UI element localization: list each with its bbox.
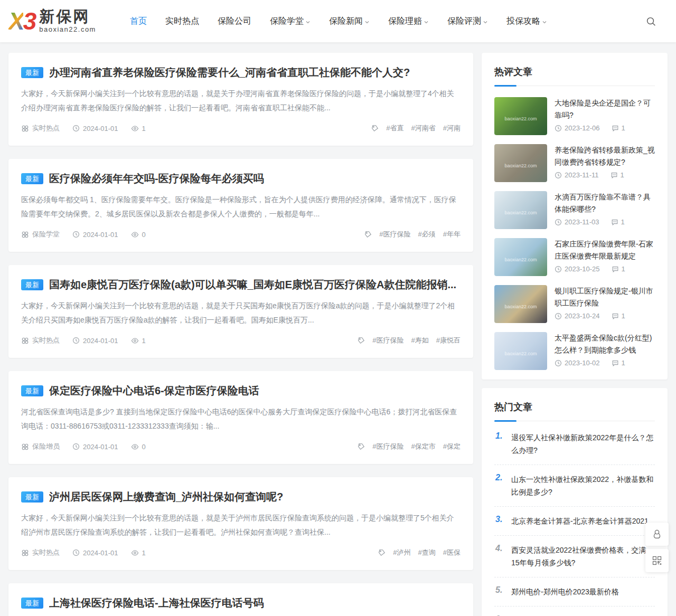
article-title-link[interactable]: 医疗保险必须年年交吗-医疗保险每年必须买吗 bbox=[49, 172, 264, 186]
hot-comment-item[interactable]: baoxian22.com 石家庄医疗保险缴费年限-石家庄医保缴费年限最新规定 … bbox=[494, 229, 655, 276]
article-date-label: 2024-01-01 bbox=[83, 125, 118, 132]
nav-item[interactable]: 投保攻略 bbox=[506, 16, 547, 27]
category-icon bbox=[21, 231, 29, 239]
chevron-down-icon bbox=[483, 20, 488, 25]
tag-icon bbox=[371, 125, 379, 132]
eye-icon bbox=[131, 549, 139, 557]
hot-article-rank: 4. bbox=[495, 544, 506, 569]
eye-icon bbox=[131, 443, 139, 451]
hot-article-item[interactable]: 2. 山东一次性补缴社保政策2022，补缴基数和比例是多少? bbox=[494, 465, 655, 506]
article-thumbnail[interactable]: baoxian22.com bbox=[494, 332, 547, 370]
article-category[interactable]: 实时热点 bbox=[21, 548, 60, 557]
article-date: 2024-01-01 bbox=[72, 443, 118, 451]
hot-article-item[interactable]: 1. 退役军人社保补缴新政策2022年是什么？怎么办理? bbox=[494, 423, 655, 465]
nav-item[interactable]: 保险评测 bbox=[447, 16, 488, 27]
article-thumbnail[interactable]: baoxian22.com bbox=[494, 285, 547, 323]
hot-comment-title-link[interactable]: 石家庄医疗保险缴费年限-石家庄医保缴费年限最新规定 bbox=[555, 238, 655, 262]
tag-link[interactable]: #医保 bbox=[443, 548, 461, 557]
article-category[interactable]: 保险增员 bbox=[21, 442, 60, 451]
chevron-down-icon bbox=[364, 20, 370, 25]
tag-link[interactable]: #寿如 bbox=[411, 336, 429, 345]
article-list: 最新 办理河南省直养老保险医疗保险需要什么_河南省省直职工社保能不能个人交? 大… bbox=[8, 53, 473, 616]
tag-link[interactable]: #保定 bbox=[443, 442, 461, 451]
comment-icon bbox=[612, 125, 619, 132]
hot-comment-title-link[interactable]: 水滴百万医疗险靠不靠谱？具体能保哪些? bbox=[555, 191, 655, 215]
hot-comment-item[interactable]: baoxian22.com 银川职工医疗保险规定-银川市职工医疗保险 2023-… bbox=[494, 276, 655, 323]
hot-comment-date: 2023-11-11 bbox=[565, 171, 599, 179]
tag-link[interactable]: #医疗保险 bbox=[379, 230, 410, 239]
article-date: 2024-01-01 bbox=[72, 549, 118, 557]
site-logo[interactable]: X3 新保网 baoxian22.com bbox=[8, 8, 96, 34]
nav-item[interactable]: 首页 bbox=[130, 16, 147, 27]
hot-article-title-link[interactable]: 西安灵活就业2022社保缴费价格表，交满15年每月领多少钱? bbox=[511, 544, 654, 569]
category-icon bbox=[21, 443, 29, 451]
hot-article-title-link[interactable]: 郑州电价-郑州电价2023最新价格 bbox=[511, 585, 619, 598]
hot-article-item[interactable]: 3. 北京养老金计算器-北京养老金计算器2021 bbox=[494, 506, 655, 535]
article-category[interactable]: 保险学堂 bbox=[21, 230, 60, 239]
hot-comment-date: 2023-10-25 bbox=[565, 265, 600, 273]
tag-link[interactable]: #省直 bbox=[386, 124, 403, 133]
article-title-link[interactable]: 保定医疗保险中心电话6-保定市医疗保险电话 bbox=[49, 384, 259, 398]
article-thumbnail[interactable]: baoxian22.com bbox=[494, 97, 547, 135]
qrcode-button[interactable] bbox=[645, 549, 669, 572]
tag-link[interactable]: #医疗保险 bbox=[372, 442, 403, 451]
floating-buttons bbox=[645, 523, 669, 572]
thumbnail-watermark: baoxian22.com bbox=[494, 210, 547, 215]
article-title-link[interactable]: 泸州居民医保网上缴费查询_泸州社保如何查询呢? bbox=[49, 490, 283, 504]
tag-link[interactable]: #保定市 bbox=[411, 442, 436, 451]
article-title-link[interactable]: 国寿如e康悦百万医疗保险(a款)可以单买嘛_国寿如E康悦百万医疗保险A款住院能报… bbox=[49, 278, 456, 292]
nav-item[interactable]: 保险理赔 bbox=[388, 16, 429, 27]
tag-link[interactable]: #年年 bbox=[443, 230, 461, 239]
article-tags: #医疗保险#保定市#保定 bbox=[358, 442, 461, 451]
hot-article-item[interactable]: 5. 郑州电价-郑州电价2023最新价格 bbox=[494, 577, 655, 606]
tag-link[interactable]: #康悦百 bbox=[436, 336, 461, 345]
hot-comment-item[interactable]: baoxian22.com 太平盈盛两全保险c款(分红型)怎么样？到期能拿多少钱… bbox=[494, 323, 655, 370]
tag-icon bbox=[364, 231, 372, 238]
hot-article-item[interactable]: 4. 西安灵活就业2022社保缴费价格表，交满15年每月领多少钱? bbox=[494, 535, 655, 577]
hot-comment-title-link[interactable]: 银川职工医疗保险规定-银川市职工医疗保险 bbox=[555, 285, 655, 309]
tag-link[interactable]: #必须 bbox=[418, 230, 436, 239]
search-button[interactable] bbox=[645, 15, 657, 27]
article-thumbnail[interactable]: baoxian22.com bbox=[494, 144, 547, 182]
article-views-count: 0 bbox=[142, 231, 146, 239]
hot-comment-title-link[interactable]: 太平盈盛两全保险c款(分红型)怎么样？到期能拿多少钱 bbox=[555, 332, 655, 356]
hot-article-rank: 3. bbox=[495, 515, 506, 527]
hot-article-rank: 5. bbox=[495, 585, 506, 598]
article-date-label: 2024-01-01 bbox=[83, 549, 118, 557]
article-card: 最新 医疗保险必须年年交吗-医疗保险每年必须买吗 医保必须每年都交吗 1、医疗保… bbox=[8, 159, 473, 252]
hot-comment-meta: 2023-12-06 1 bbox=[555, 124, 655, 132]
article-category[interactable]: 实时热点 bbox=[21, 336, 60, 345]
hot-article-title-link[interactable]: 北京养老金计算器-北京养老金计算器2021 bbox=[511, 515, 649, 527]
tag-link[interactable]: #查询 bbox=[418, 548, 436, 557]
nav-item[interactable]: 保险新闻 bbox=[329, 16, 370, 27]
hot-comment-item[interactable]: baoxian22.com 养老保险跨省转移最新政策_视同缴费跨省转移规定? 2… bbox=[494, 135, 655, 182]
hot-article-title-link[interactable]: 退役军人社保补缴新政策2022年是什么？怎么办理? bbox=[511, 431, 654, 457]
article-title-link[interactable]: 上海社保医疗保险电话-上海社保医疗电话号码 bbox=[49, 596, 264, 610]
hot-article-item[interactable]: 6. 乡村医生最新政策-2023年山东省乡村医生最新政策 bbox=[494, 606, 655, 616]
clock-icon bbox=[555, 312, 562, 320]
hot-comment-title-link[interactable]: 养老保险跨省转移最新政策_视同缴费跨省转移规定? bbox=[555, 144, 655, 168]
hot-article-rank: 2. bbox=[495, 473, 506, 498]
article-thumbnail[interactable]: baoxian22.com bbox=[494, 238, 547, 276]
hot-comment-item[interactable]: baoxian22.com 大地保险是央企还是国企？可靠吗? 2023-12-0… bbox=[494, 88, 655, 135]
hot-comment-date: 2023-12-06 bbox=[565, 124, 600, 132]
tag-link[interactable]: #河南 bbox=[443, 124, 461, 133]
article-thumbnail[interactable]: baoxian22.com bbox=[494, 191, 547, 229]
tag-link[interactable]: #河南省 bbox=[411, 124, 436, 133]
nav-item[interactable]: 保险学堂 bbox=[270, 16, 311, 27]
hot-article-title-link[interactable]: 山东一次性补缴社保政策2022，补缴基数和比例是多少? bbox=[511, 473, 654, 498]
tag-link[interactable]: #泸州 bbox=[393, 548, 410, 557]
hot-comment-item[interactable]: baoxian22.com 水滴百万医疗险靠不靠谱？具体能保哪些? 2023-1… bbox=[494, 182, 655, 229]
nav-item[interactable]: 保险公司 bbox=[218, 16, 251, 27]
article-title-link[interactable]: 办理河南省直养老保险医疗保险需要什么_河南省省直职工社保能不能个人交? bbox=[49, 65, 410, 80]
nav-item-label: 实时热点 bbox=[165, 16, 199, 27]
article-category[interactable]: 实时热点 bbox=[21, 124, 60, 133]
hot-comment-title-link[interactable]: 大地保险是央企还是国企？可靠吗? bbox=[555, 97, 655, 121]
qq-contact-button[interactable] bbox=[645, 523, 669, 546]
nav-item[interactable]: 实时热点 bbox=[165, 16, 199, 27]
article-date: 2024-01-01 bbox=[72, 337, 118, 345]
article-title-row: 最新 保定医疗保险中心电话6-保定市医疗保险电话 bbox=[21, 384, 461, 398]
article-date: 2024-01-01 bbox=[72, 125, 118, 132]
tag-link[interactable]: #医疗保险 bbox=[372, 336, 403, 345]
category-icon bbox=[21, 337, 29, 345]
